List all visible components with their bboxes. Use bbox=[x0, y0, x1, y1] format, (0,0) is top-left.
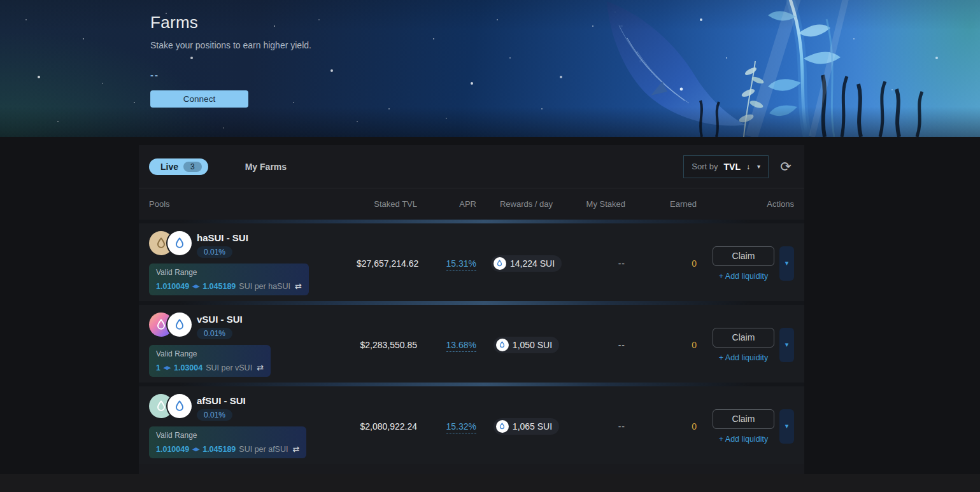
pool-pair-name: haSUI - SUI bbox=[197, 231, 248, 243]
hero-content: Farms Stake your positions to earn highe… bbox=[150, 13, 481, 108]
kelp-icon bbox=[768, 0, 841, 137]
rewards-pill: 14,224 SUI bbox=[491, 255, 562, 272]
col-actions: Actions bbox=[697, 199, 794, 209]
live-count-badge: 3 bbox=[183, 162, 202, 172]
stars-decoration bbox=[0, 0, 1, 1]
col-pools: Pools bbox=[149, 199, 357, 209]
sui-token-icon bbox=[167, 313, 192, 337]
actions-cell: Claim + Add liquidity ▾ bbox=[697, 328, 794, 362]
pool-cell: vSUI - SUI 0.01% Valid Range 1 ◂▸ 1.0300… bbox=[149, 313, 357, 377]
pool-pair-name: afSUI - SUI bbox=[197, 394, 246, 406]
add-liquidity-link[interactable]: + Add liquidity bbox=[719, 353, 768, 362]
range-min-value: 1.010049 bbox=[156, 282, 189, 291]
claim-button[interactable]: Claim bbox=[713, 409, 774, 429]
token-pair-icons bbox=[149, 394, 192, 418]
valid-range-label: Valid Range bbox=[156, 431, 299, 440]
range-arrow-icon: ◂▸ bbox=[192, 282, 199, 290]
my-staked-value: -- bbox=[576, 340, 625, 350]
farm-rows: haSUI - SUI 0.01% Valid Range 1.010049 ◂… bbox=[139, 220, 804, 464]
sort-value: TVL bbox=[724, 162, 741, 172]
sea-grass-icon bbox=[700, 75, 922, 137]
valid-range-box: Valid Range 1 ◂▸ 1.03004 SUI per vSUI ⇄ bbox=[149, 345, 271, 377]
add-liquidity-link[interactable]: + Add liquidity bbox=[719, 272, 768, 281]
earned-value: 0 bbox=[625, 258, 697, 269]
farm-row: haSUI - SUI 0.01% Valid Range 1.010049 ◂… bbox=[139, 220, 804, 301]
sui-reward-icon bbox=[496, 339, 509, 351]
valid-range-box: Valid Range 1.010049 ◂▸ 1.045189 SUI per… bbox=[149, 426, 306, 458]
farms-panel: Live 3 My Farms Sort by TVL ↓ ▾ ⟳ Pools … bbox=[139, 145, 804, 474]
earned-value: 0 bbox=[625, 421, 697, 432]
range-unit-label: SUI per afSUI bbox=[239, 445, 288, 454]
pool-cell: afSUI - SUI 0.01% Valid Range 1.010049 ◂… bbox=[149, 394, 357, 458]
range-arrow-icon: ◂▸ bbox=[164, 363, 171, 372]
token-pair-icons bbox=[149, 313, 192, 337]
tab-bar: Live 3 My Farms Sort by TVL ↓ ▾ ⟳ bbox=[139, 145, 804, 188]
range-max-value: 1.03004 bbox=[174, 363, 202, 372]
staked-tvl-value: $2,283,550.85 bbox=[357, 340, 417, 350]
tab-live[interactable]: Live 3 bbox=[149, 158, 208, 175]
range-unit-label: SUI per haSUI bbox=[239, 282, 290, 291]
sui-reward-icon bbox=[494, 257, 506, 270]
fee-tier-badge: 0.01% bbox=[197, 246, 232, 258]
expand-row-button[interactable]: ▾ bbox=[779, 246, 794, 281]
range-arrow-icon: ◂▸ bbox=[192, 445, 199, 453]
sort-dropdown[interactable]: Sort by TVL ↓ ▾ bbox=[683, 155, 769, 178]
wallet-balance-placeholder: -- bbox=[150, 69, 481, 80]
actions-cell: Claim + Add liquidity ▾ bbox=[697, 246, 794, 281]
rewards-per-day-value: 1,050 SUI bbox=[513, 340, 552, 350]
rewards-per-day-value: 1,065 SUI bbox=[513, 421, 552, 432]
rewards-pill: 1,050 SUI bbox=[494, 337, 559, 353]
rewards-per-day-value: 14,224 SUI bbox=[510, 258, 555, 269]
connect-wallet-button[interactable]: Connect bbox=[150, 90, 248, 108]
fee-tier-badge: 0.01% bbox=[197, 328, 232, 339]
chevron-down-icon: ▾ bbox=[757, 163, 760, 170]
range-max-value: 1.045189 bbox=[202, 282, 236, 291]
tab-my-farms[interactable]: My Farms bbox=[245, 162, 287, 172]
rewards-cell: 1,050 SUI bbox=[476, 337, 576, 353]
sui-token-icon bbox=[167, 394, 192, 418]
sui-token-icon bbox=[167, 231, 192, 255]
whale-icon bbox=[607, 1, 745, 126]
farm-row: vSUI - SUI 0.01% Valid Range 1 ◂▸ 1.0300… bbox=[139, 301, 804, 383]
pool-pair-name: vSUI - SUI bbox=[197, 313, 243, 325]
farm-row: afSUI - SUI 0.01% Valid Range 1.010049 ◂… bbox=[139, 383, 804, 464]
col-my-staked: My Staked bbox=[576, 199, 625, 209]
swap-direction-icon[interactable]: ⇄ bbox=[295, 281, 302, 291]
my-staked-value: -- bbox=[576, 421, 625, 432]
light-rays-icon bbox=[751, 0, 847, 137]
add-liquidity-link[interactable]: + Add liquidity bbox=[719, 435, 768, 444]
fee-tier-badge: 0.01% bbox=[197, 409, 232, 421]
footer-strip bbox=[0, 474, 980, 492]
swap-direction-icon[interactable]: ⇄ bbox=[292, 444, 299, 454]
expand-row-button[interactable]: ▾ bbox=[779, 328, 794, 362]
range-min-value: 1.010049 bbox=[156, 445, 189, 454]
range-max-value: 1.045189 bbox=[202, 445, 236, 454]
claim-button[interactable]: Claim bbox=[713, 246, 774, 266]
underwater-illustration bbox=[0, 0, 980, 137]
expand-row-button[interactable]: ▾ bbox=[779, 409, 794, 444]
apr-value[interactable]: 15.31% bbox=[446, 258, 476, 271]
valid-range-label: Valid Range bbox=[156, 268, 302, 277]
staked-tvl-value: $27,657,214.62 bbox=[357, 258, 417, 269]
hero-banner: Farms Stake your positions to earn highe… bbox=[0, 0, 980, 137]
staked-tvl-value: $2,080,922.24 bbox=[357, 421, 417, 432]
sui-reward-icon bbox=[496, 420, 509, 433]
apr-value[interactable]: 15.32% bbox=[446, 421, 476, 433]
range-min-value: 1 bbox=[156, 363, 160, 372]
actions-cell: Claim + Add liquidity ▾ bbox=[697, 409, 794, 444]
refresh-button[interactable]: ⟳ bbox=[778, 158, 794, 175]
page-title: Farms bbox=[150, 13, 481, 32]
page-subtitle: Stake your positions to earn higher yiel… bbox=[150, 40, 481, 50]
tab-live-label: Live bbox=[160, 162, 178, 172]
seaweed-sprig-icon bbox=[738, 61, 765, 137]
col-rewards-day: Rewards / day bbox=[476, 199, 576, 209]
claim-button[interactable]: Claim bbox=[713, 328, 774, 348]
swap-direction-icon[interactable]: ⇄ bbox=[257, 363, 264, 372]
rewards-cell: 1,065 SUI bbox=[476, 418, 576, 435]
table-header: Pools Staked TVL APR Rewards / day My St… bbox=[139, 188, 804, 220]
col-earned: Earned bbox=[625, 199, 697, 209]
col-staked-tvl: Staked TVL bbox=[357, 199, 417, 209]
rewards-cell: 14,224 SUI bbox=[476, 255, 576, 272]
col-apr: APR bbox=[417, 199, 476, 209]
apr-value[interactable]: 13.68% bbox=[446, 340, 476, 352]
